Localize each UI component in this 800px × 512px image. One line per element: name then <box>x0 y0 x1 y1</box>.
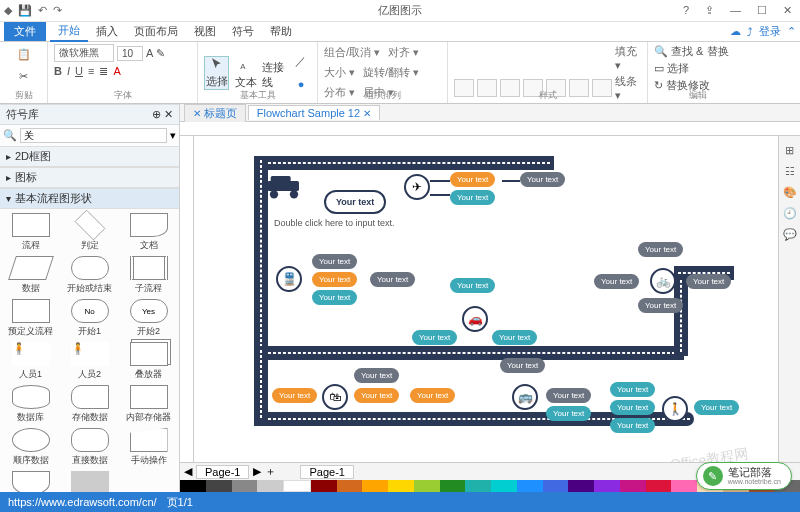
car-icon[interactable] <box>264 176 304 198</box>
doc-tab-closed[interactable]: ✕ 标题页 <box>184 104 246 122</box>
help-icon[interactable]: ? <box>679 4 693 17</box>
save-icon[interactable]: 💾 <box>18 4 32 17</box>
shape-decision[interactable]: 判定 <box>63 213 116 252</box>
group-option[interactable]: 组合/取消 ▾ <box>324 45 380 60</box>
comments-icon[interactable]: 💬 <box>783 228 797 241</box>
pill-node[interactable]: Your text <box>370 272 415 287</box>
history-icon[interactable]: 🕘 <box>783 207 797 220</box>
pill-node[interactable]: Your text <box>412 330 457 345</box>
pill-node[interactable]: Your text <box>594 274 639 289</box>
pill-node[interactable]: Your text <box>410 388 455 403</box>
select-tool[interactable]: 选择 <box>204 56 229 90</box>
pill-node[interactable]: Your text <box>520 172 565 187</box>
shape-subprocess[interactable]: 子流程 <box>122 256 175 295</box>
italic-icon[interactable]: I <box>67 65 70 78</box>
shape-start-yes[interactable]: Yes开始2 <box>122 299 175 338</box>
walker-icon[interactable]: 🚶 <box>662 396 688 422</box>
paste-icon[interactable]: 📋 <box>14 44 34 64</box>
add-page-icon[interactable]: ＋ <box>265 464 276 479</box>
share-icon[interactable]: ⇪ <box>701 4 718 17</box>
pill-node[interactable]: Your text <box>694 400 739 415</box>
shape-person2[interactable]: 🧍人员2 <box>63 342 116 381</box>
size-option[interactable]: 大小 ▾ <box>324 65 355 80</box>
underline-icon[interactable]: U <box>75 65 83 78</box>
connector-tool[interactable]: 连接线 <box>262 56 287 90</box>
find-replace[interactable]: 🔍 查找 & 替换 <box>654 44 729 59</box>
layers-icon[interactable]: ☷ <box>785 165 795 178</box>
maximize-icon[interactable]: ☐ <box>753 4 771 17</box>
pill-node[interactable]: Your text <box>610 400 655 415</box>
rotate-option[interactable]: 旋转/翻转 ▾ <box>363 65 419 80</box>
pill-node[interactable]: Your text <box>638 242 683 257</box>
pill-node[interactable]: Your text <box>450 172 495 187</box>
shape-direct[interactable]: 直接数据 <box>63 428 116 467</box>
bag-icon[interactable]: 🛍 <box>322 384 348 410</box>
pill-node[interactable]: Your text <box>610 382 655 397</box>
bike-icon[interactable]: 🚲 <box>650 268 676 294</box>
pill-node[interactable]: Your text <box>546 406 591 421</box>
fill-option[interactable]: 填充 ▾ <box>615 44 641 72</box>
shape-terminator[interactable]: 开始或结束 <box>63 256 116 295</box>
shape-process[interactable]: 流程 <box>4 213 57 252</box>
redo-icon[interactable]: ↷ <box>53 4 62 17</box>
search-dropdown-icon[interactable]: ▾ <box>170 129 176 142</box>
pill-node[interactable]: Your text <box>500 358 545 373</box>
pill-node[interactable]: Your text <box>546 388 591 403</box>
undo-icon[interactable]: ↶ <box>38 4 47 17</box>
brush-icon[interactable]: ✎ <box>156 47 165 60</box>
next-page-icon[interactable]: ▶ <box>253 465 261 478</box>
shape-blank[interactable] <box>4 471 57 492</box>
align-icon[interactable]: ≣ <box>99 65 108 78</box>
menu-start[interactable]: 开始 <box>50 21 88 42</box>
page-tab-2[interactable]: Page-1 <box>300 465 353 479</box>
share-button[interactable]: ⤴ <box>747 26 753 38</box>
car-node-icon[interactable]: 🚗 <box>462 306 488 332</box>
font-increase-icon[interactable]: A <box>146 47 153 59</box>
train-icon[interactable]: 🚆 <box>276 266 302 292</box>
pill-node[interactable]: Your text <box>492 330 537 345</box>
shape-storage[interactable]: 存储数据 <box>63 385 116 424</box>
shape-data[interactable]: 数据 <box>4 256 57 295</box>
theme-icon[interactable]: 🎨 <box>783 186 797 199</box>
properties-icon[interactable]: ⊞ <box>785 144 794 157</box>
pill-node[interactable]: Your text <box>450 190 495 205</box>
bus-icon[interactable]: 🚌 <box>512 384 538 410</box>
login-link[interactable]: 登录 <box>759 24 781 39</box>
shape-sequential[interactable]: 顺序数据 <box>4 428 57 467</box>
shape-document[interactable]: 文档 <box>122 213 175 252</box>
close-icon[interactable]: ✕ <box>779 4 796 17</box>
align-option[interactable]: 对齐 ▾ <box>388 45 419 60</box>
bold-icon[interactable]: B <box>54 65 62 78</box>
pill-node[interactable]: Your text <box>686 274 731 289</box>
menu-symbol[interactable]: 符号 <box>224 22 262 41</box>
pill-node[interactable]: Your text <box>638 298 683 313</box>
font-color-icon[interactable]: A <box>113 65 120 78</box>
pill-node[interactable]: Your text <box>354 368 399 383</box>
pill-node[interactable]: Your text <box>272 388 317 403</box>
drawing-canvas[interactable]: Your text Double click here to input tex… <box>194 136 778 462</box>
font-name-select[interactable]: 微软雅黑 <box>54 44 114 62</box>
prev-page-icon[interactable]: ◀ <box>184 465 192 478</box>
minimize-icon[interactable]: ― <box>726 4 745 17</box>
shape-search-input[interactable] <box>20 128 167 143</box>
collapse-ribbon-icon[interactable]: ⌃ <box>787 25 796 38</box>
category-flowchart[interactable]: ▾ 基本流程图形状 <box>0 188 179 209</box>
shape-manual[interactable]: 手动操作 <box>122 428 175 467</box>
shape-predefined[interactable]: 预定义流程 <box>4 299 57 338</box>
pill-node[interactable]: Your text <box>354 388 399 403</box>
menu-layout[interactable]: 页面布局 <box>126 22 186 41</box>
pill-node[interactable]: Your text <box>312 290 357 305</box>
cut-icon[interactable]: ✂ <box>14 66 34 86</box>
menu-view[interactable]: 视图 <box>186 22 224 41</box>
menu-insert[interactable]: 插入 <box>88 22 126 41</box>
plane-icon[interactable]: ✈ <box>404 174 430 200</box>
main-text-node[interactable]: Your text <box>324 190 386 214</box>
pill-node[interactable]: Your text <box>450 278 495 293</box>
bullet-icon[interactable]: ≡ <box>88 65 94 78</box>
category-icons[interactable]: ▸ 图标 <box>0 167 179 188</box>
shape-stack[interactable]: 叠放器 <box>122 342 175 381</box>
shape-database[interactable]: 数据库 <box>4 385 57 424</box>
shape-file-recover[interactable]: 文件恢复 <box>63 471 116 492</box>
page-tab-1[interactable]: Page-1 <box>196 465 249 479</box>
shape-person1[interactable]: 🧍人员1 <box>4 342 57 381</box>
